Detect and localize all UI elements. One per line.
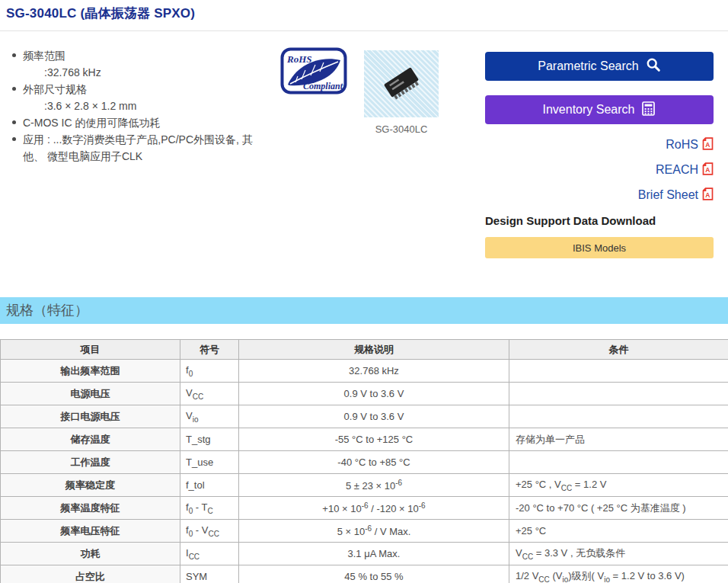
row-spec: 5 ± 23 × 10-6 [239, 474, 509, 497]
title-divider [0, 30, 728, 31]
inventory-search-button[interactable]: Inventory Search [485, 95, 714, 124]
table-row: 频率温度特征f0 - TC+10 × 10-6 / -120 × 10-6-20… [1, 497, 728, 520]
feature-value: :3.6 × 2.8 × 1.2 mm [23, 98, 270, 114]
parametric-search-button[interactable]: Parametric Search [485, 52, 714, 81]
parametric-search-label: Parametric Search [538, 59, 639, 73]
row-item: 储存温度 [1, 428, 180, 451]
table-row: 储存温度T_stg-55 °C to +125 °C存储为单一产品 [1, 428, 728, 451]
row-symbol: f0 [180, 360, 239, 383]
table-row: 占空比SYM45 % to 55 %1/2 VCC (Vio)级别( Vio =… [1, 565, 728, 583]
header-symbol: 符号 [180, 340, 239, 360]
table-row: 输出频率范围f032.768 kHz [1, 360, 728, 383]
feature-list: 频率范围 :32.768 kHz 外部尺寸规格 :3.6 × 2.8 × 1.2… [11, 47, 270, 165]
page-title: SG-3040LC (晶体振荡器 SPXO) [6, 5, 195, 22]
row-spec: -40 °C to +85 °C [239, 451, 509, 474]
row-condition [509, 451, 728, 474]
download-heading: Design Support Data Download [485, 214, 656, 227]
pdf-icon: A [702, 139, 714, 152]
row-item: 占空比 [1, 565, 180, 583]
spec-table-body: 输出频率范围f032.768 kHz电源电压VCC0.9 V to 3.6 V接… [1, 360, 728, 583]
row-item: 输出频率范围 [1, 360, 180, 383]
row-item: 频率温度特征 [1, 497, 180, 520]
table-row: 频率稳定度f_tol5 ± 23 × 10-6+25 °C , VCC = 1.… [1, 474, 728, 497]
row-item: 工作温度 [1, 451, 180, 474]
section-header: 规格（特征） [0, 297, 728, 324]
row-symbol: VCC [180, 383, 239, 405]
row-condition [509, 360, 728, 383]
product-overview: SG-3040LC (晶体振荡器 SPXO) 频率范围 :32.768 kHz … [0, 0, 728, 297]
row-condition: 1/2 VCC (Vio)级别( Vio = 1.2 V to 3.6 V) [509, 565, 728, 583]
ibis-models-button[interactable]: IBIS Models [485, 237, 714, 258]
header-condition: 条件 [509, 340, 728, 360]
feature-label: 频率范围 [23, 50, 65, 62]
table-row: 功耗ICC3.1 μA Max.VCC = 3.3 V , 无负载条件 [1, 543, 728, 565]
feature-value: :32.768 kHz [23, 64, 270, 81]
row-condition: +25 °C , VCC = 1.2 V [509, 474, 728, 497]
feature-label: 外部尺寸规格 [23, 83, 87, 95]
calculator-icon [641, 101, 656, 119]
svg-text:A: A [705, 166, 710, 174]
row-condition: -20 °C to +70 °C ( +25 °C 为基准温度 ) [509, 497, 728, 520]
svg-text:A: A [705, 141, 710, 149]
chip-icon [384, 67, 421, 101]
reach-link-label: REACH [656, 163, 698, 176]
svg-text:A: A [705, 191, 710, 199]
spec-table: 项目 符号 规格说明 条件 输出频率范围f032.768 kHz电源电压VCC0… [0, 339, 728, 583]
row-item: 接口电源电压 [1, 405, 180, 428]
row-symbol: T_stg [180, 428, 239, 451]
feature-label: 应用 : ...数字消费类电子产品,PC/PC外围设备, 其他、 微型电脑应用子… [23, 133, 253, 162]
table-row: 频率电压特征f0 - VCC5 × 10-6 / V Max.+25 °C [1, 520, 728, 543]
table-row: 工作温度T_use-40 °C to +85 °C [1, 451, 728, 474]
rohs-pdf-link[interactable]: RoHSA [485, 137, 714, 154]
rohs-link-label: RoHS [666, 138, 698, 151]
table-row: 接口电源电压Vio0.9 V to 3.6 V [1, 405, 728, 428]
row-spec: 0.9 V to 3.6 V [239, 383, 509, 405]
table-header-row: 项目 符号 规格说明 条件 [1, 340, 728, 360]
row-symbol: f_tol [180, 474, 239, 497]
spacer [0, 324, 728, 339]
row-symbol: f0 - VCC [180, 520, 239, 543]
brief-sheet-link-label: Brief Sheet [638, 188, 698, 201]
row-spec: +10 × 10-6 / -120 × 10-6 [239, 497, 509, 520]
product-image [364, 50, 439, 117]
row-spec: 5 × 10-6 / V Max. [239, 520, 509, 543]
product-caption: SG-3040LC [364, 123, 439, 135]
list-item: 应用 : ...数字消费类电子产品,PC/PC外围设备, 其他、 微型电脑应用子… [11, 131, 270, 165]
compliant-logo-text: Compliant [303, 81, 343, 91]
row-condition: VCC = 3.3 V , 无负载条件 [509, 543, 728, 565]
rohs-logo-text: RoHS [286, 53, 312, 65]
row-spec: 32.768 kHz [239, 360, 509, 383]
row-item: 频率电压特征 [1, 520, 180, 543]
header-spec: 规格说明 [239, 340, 509, 360]
table-row: 电源电压VCC0.9 V to 3.6 V [1, 383, 728, 405]
list-item: 频率范围 :32.768 kHz [11, 47, 270, 81]
list-item: 外部尺寸规格 :3.6 × 2.8 × 1.2 mm [11, 81, 270, 114]
row-condition [509, 383, 728, 405]
inventory-search-label: Inventory Search [543, 103, 635, 117]
row-condition [509, 405, 728, 428]
row-item: 电源电压 [1, 383, 180, 405]
row-condition: 存储为单一产品 [509, 428, 728, 451]
feature-label: C-MOS IC 的使用可降低功耗 [23, 117, 160, 129]
row-symbol: T_use [180, 451, 239, 474]
reach-pdf-link[interactable]: REACHA [485, 162, 714, 179]
list-item: C-MOS IC 的使用可降低功耗 [11, 114, 270, 131]
search-icon [646, 57, 661, 75]
row-symbol: SYM [180, 565, 239, 583]
rohs-compliant-logo: RoHS Compliant [280, 47, 347, 98]
row-item: 频率稳定度 [1, 474, 180, 497]
row-spec: 3.1 μA Max. [239, 543, 509, 565]
row-spec: -55 °C to +125 °C [239, 428, 509, 451]
row-spec: 0.9 V to 3.6 V [239, 405, 509, 428]
row-spec: 45 % to 55 % [239, 565, 509, 583]
row-symbol: ICC [180, 543, 239, 565]
row-symbol: Vio [180, 405, 239, 428]
row-symbol: f0 - TC [180, 497, 239, 520]
brief-sheet-pdf-link[interactable]: Brief SheetA [485, 187, 714, 204]
pdf-icon: A [702, 190, 714, 203]
row-item: 功耗 [1, 543, 180, 565]
row-condition: +25 °C [509, 520, 728, 543]
pdf-icon: A [702, 165, 714, 178]
header-item: 项目 [1, 340, 180, 360]
